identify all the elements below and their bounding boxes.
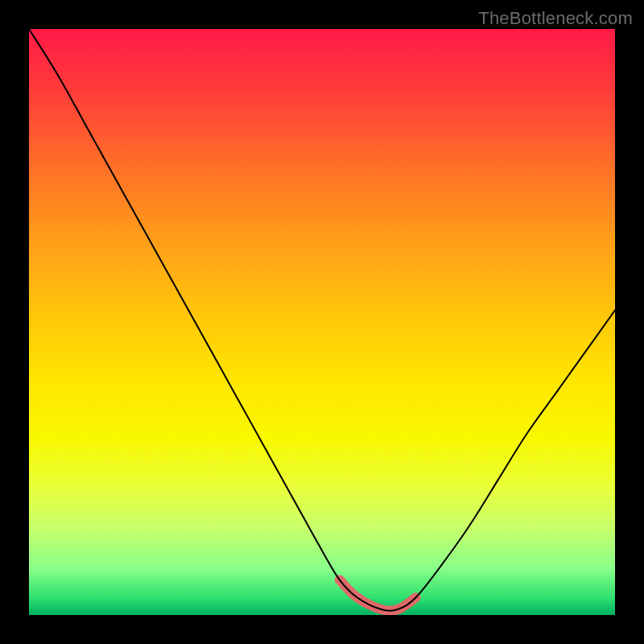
gradient-plot-area [29,29,615,615]
watermark-text: TheBottleneck.com [478,8,633,29]
chart-frame: TheBottleneck.com [0,0,644,644]
curve-svg [29,29,615,615]
bottleneck-curve [29,29,615,611]
